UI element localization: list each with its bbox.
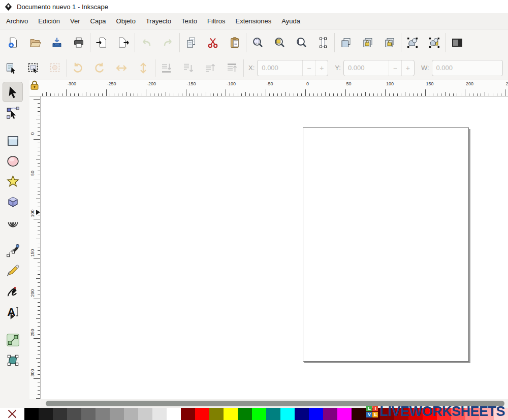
- menu-item-archivo[interactable]: Archivo: [1, 15, 33, 27]
- ruler-label: -200: [147, 81, 156, 86]
- menu-item-edición[interactable]: Edición: [33, 15, 65, 27]
- palette-swatch-ff00ff[interactable]: [337, 408, 352, 420]
- palette-swatch-b3b3b3[interactable]: [124, 408, 138, 420]
- palette-swatch-2b0000[interactable]: [352, 408, 366, 420]
- palette-swatch-008080[interactable]: [266, 408, 280, 420]
- spiral-tool-button[interactable]: [3, 212, 23, 232]
- palette-swatch-00ffff[interactable]: [280, 408, 295, 420]
- connector-tool-button[interactable]: [3, 330, 23, 350]
- palette-swatch-333333[interactable]: [53, 408, 67, 420]
- duplicate-button[interactable]: [339, 36, 353, 49]
- ruler-tick: [114, 93, 114, 96]
- ruler-tick: [361, 93, 362, 96]
- ruler-tick: [294, 93, 294, 96]
- menu-item-filtros[interactable]: Filtros: [202, 15, 230, 27]
- ruler-tick: [38, 187, 40, 187]
- unlink-clone-button[interactable]: [383, 36, 396, 49]
- ellipse-tool-button[interactable]: [3, 151, 23, 171]
- calligraphy-tool-button[interactable]: [3, 281, 23, 301]
- star-tool-button[interactable]: [3, 171, 23, 191]
- pencil-tool-button[interactable]: [3, 261, 23, 281]
- ungroup-objects-button[interactable]: [428, 36, 441, 49]
- open-folder-button[interactable]: [28, 36, 42, 49]
- menu-item-ver[interactable]: Ver: [65, 15, 85, 27]
- menu-item-texto[interactable]: Texto: [176, 15, 202, 27]
- zoom-selection-button[interactable]: [251, 36, 264, 49]
- palette-swatch-cccccc[interactable]: [138, 408, 152, 420]
- paste-button[interactable]: [228, 36, 241, 49]
- save-document-button[interactable]: [50, 36, 64, 49]
- menu-item-trayecto[interactable]: Trayecto: [141, 15, 176, 27]
- ruler-tick: [38, 111, 40, 112]
- zoom-page-width-button[interactable]: [316, 36, 330, 49]
- toolbox-expander-button[interactable]: [7, 311, 17, 321]
- palette-swatch-ffffff[interactable]: [167, 408, 181, 420]
- menu-item-extensiones[interactable]: Extensiones: [230, 15, 276, 27]
- spinbox-input[interactable]: 0.000−+: [343, 60, 415, 76]
- palette-swatch-e6e6e6[interactable]: [152, 408, 167, 420]
- palette-swatch-800080[interactable]: [323, 408, 337, 420]
- canvas[interactable]: [41, 96, 508, 399]
- spinbox-input[interactable]: 0.000: [432, 60, 503, 76]
- guide-lock-icon[interactable]: [29, 80, 40, 93]
- palette-swatch-0000ff[interactable]: [309, 408, 323, 420]
- cut-button[interactable]: [206, 36, 219, 49]
- ruler-tick: [36, 278, 40, 279]
- ruler-tick: [449, 93, 450, 96]
- ruler-tick: [417, 93, 418, 96]
- create-clone-button[interactable]: [361, 36, 374, 49]
- palette-swatch-ff0000[interactable]: [195, 408, 209, 420]
- selector-tool-button[interactable]: [3, 82, 23, 102]
- node-editor-tool-button[interactable]: [3, 102, 23, 122]
- palette-swatch-4d4d4d[interactable]: [67, 408, 81, 420]
- rectangle-tool-button[interactable]: [3, 131, 23, 151]
- ruler-tick: [38, 167, 40, 167]
- bezier-pen-tool-button[interactable]: [3, 240, 23, 261]
- palette-swatch-808080[interactable]: [96, 408, 110, 420]
- menu-item-objeto[interactable]: Objeto: [111, 15, 141, 27]
- menu-item-capa[interactable]: Capa: [85, 15, 111, 27]
- spinbox-decrement-button[interactable]: −: [389, 60, 401, 76]
- palette-swatch-000000[interactable]: [24, 408, 39, 420]
- ruler-tick: [38, 322, 40, 323]
- ruler-tick: [485, 92, 485, 96]
- zoom-page-button[interactable]: [295, 36, 308, 49]
- zoom-drawing-button[interactable]: [273, 36, 286, 49]
- ruler-tick: [58, 93, 58, 96]
- palette-swatch-none[interactable]: [0, 408, 24, 420]
- select-all-button[interactable]: [5, 62, 17, 74]
- palette-swatch-999999[interactable]: [110, 408, 124, 420]
- copy-button[interactable]: [184, 36, 198, 49]
- import-document-button[interactable]: [95, 36, 108, 49]
- ruler-tick: [38, 306, 40, 307]
- palette-swatch-808000[interactable]: [209, 408, 224, 420]
- spinbox-increment-button[interactable]: +: [401, 60, 414, 76]
- box-3d-tool-button[interactable]: [3, 191, 23, 212]
- palette-swatch-1a1a1a[interactable]: [39, 408, 53, 420]
- spinbox-decrement-button[interactable]: −: [302, 60, 315, 76]
- ruler-tick: [126, 92, 126, 96]
- export-document-button[interactable]: [117, 36, 130, 49]
- palette-swatch-000080[interactable]: [295, 408, 309, 420]
- palette-swatch-666666[interactable]: [81, 408, 96, 420]
- ruler-tick: [134, 93, 134, 96]
- group-objects-button[interactable]: [406, 36, 419, 49]
- menu-item-ayuda[interactable]: Ayuda: [276, 15, 305, 27]
- palette-swatch-800000[interactable]: [181, 408, 195, 420]
- palette-swatch-ffff00[interactable]: [224, 408, 238, 420]
- print-document-button[interactable]: [72, 36, 85, 49]
- palette-swatch-00ff00[interactable]: [252, 408, 266, 420]
- spinbox-input[interactable]: 0.000−+: [257, 60, 328, 76]
- select-all-layers-button[interactable]: [27, 62, 39, 74]
- fill-stroke-dialog-button[interactable]: [451, 36, 464, 49]
- ruler-label: -250: [107, 81, 116, 86]
- ruler-tick: [38, 103, 40, 104]
- gradient-tool-button[interactable]: [3, 350, 23, 370]
- palette-swatch-008000[interactable]: [238, 408, 252, 420]
- new-document-button[interactable]: [7, 36, 20, 49]
- spinbox-increment-button[interactable]: +: [315, 60, 328, 76]
- field-label: W:: [421, 64, 429, 72]
- ruler-tick: [38, 263, 40, 263]
- liveworksheets-logo-icon: LIVE: [366, 406, 378, 417]
- ruler-tick: [457, 93, 457, 96]
